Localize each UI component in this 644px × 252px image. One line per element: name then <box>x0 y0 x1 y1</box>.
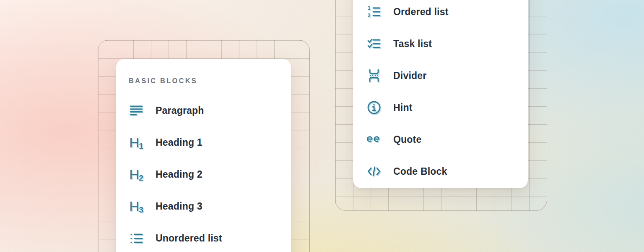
menu-item-label: Code Block <box>393 166 447 177</box>
pastel-gradient-background <box>0 0 644 252</box>
insert-blocks-list: 12Ordered listTask listDividerHintQuoteC… <box>366 0 528 187</box>
ordered-list-icon: 12 <box>366 5 382 18</box>
hero-illustration: BASIC BLOCKS ParagraphH1Heading 1H2Headi… <box>0 0 644 252</box>
menu-item-label: Unordered list <box>156 233 222 244</box>
menu-item-label: Heading 2 <box>156 169 203 180</box>
menu-item-code-block[interactable]: Code Block <box>366 155 528 187</box>
menu-item-label: Task list <box>393 38 432 50</box>
menu-item-paragraph[interactable]: Paragraph <box>129 94 291 126</box>
basic-blocks-menu-card: BASIC BLOCKS ParagraphH1Heading 1H2Headi… <box>116 59 291 252</box>
menu-item-label: Hint <box>393 102 413 113</box>
heading-3-icon: H3 <box>129 200 144 213</box>
menu-item-label: Paragraph <box>156 105 204 116</box>
menu-item-label: Heading 1 <box>156 137 203 148</box>
menu-item-unordered-list[interactable]: Unordered list <box>129 222 291 252</box>
menu-item-heading-3[interactable]: H3Heading 3 <box>129 190 291 222</box>
svg-text:2: 2 <box>368 13 371 18</box>
paragraph-icon <box>129 105 144 116</box>
menu-item-heading-1[interactable]: H1Heading 1 <box>129 126 291 158</box>
menu-item-ordered-list[interactable]: 12Ordered list <box>366 0 528 28</box>
menu-item-quote[interactable]: Quote <box>366 123 528 155</box>
menu-item-heading-2[interactable]: H2Heading 2 <box>129 158 291 190</box>
hint-icon <box>366 100 382 115</box>
menu-item-label: Divider <box>393 70 426 81</box>
menu-item-divider[interactable]: Divider <box>366 60 528 92</box>
quote-icon <box>366 134 382 144</box>
menu-item-hint[interactable]: Hint <box>366 92 528 123</box>
section-label-basic-blocks: BASIC BLOCKS <box>129 76 291 85</box>
heading-1-icon: H1 <box>129 136 144 150</box>
task-list-icon <box>366 37 382 50</box>
insert-blocks-menu-card: 12Ordered listTask listDividerHintQuoteC… <box>353 0 528 188</box>
menu-item-task-list[interactable]: Task list <box>366 28 528 60</box>
menu-item-label: Ordered list <box>393 6 449 18</box>
svg-text:1: 1 <box>368 5 371 11</box>
basic-blocks-list: ParagraphH1Heading 1H2Heading 2H3Heading… <box>129 94 291 252</box>
divider-icon <box>366 68 382 83</box>
heading-2-icon: H2 <box>129 168 144 181</box>
code-block-icon <box>366 166 382 177</box>
menu-item-label: Heading 3 <box>156 201 203 212</box>
unordered-list-icon <box>129 233 144 244</box>
menu-item-label: Quote <box>393 134 421 145</box>
